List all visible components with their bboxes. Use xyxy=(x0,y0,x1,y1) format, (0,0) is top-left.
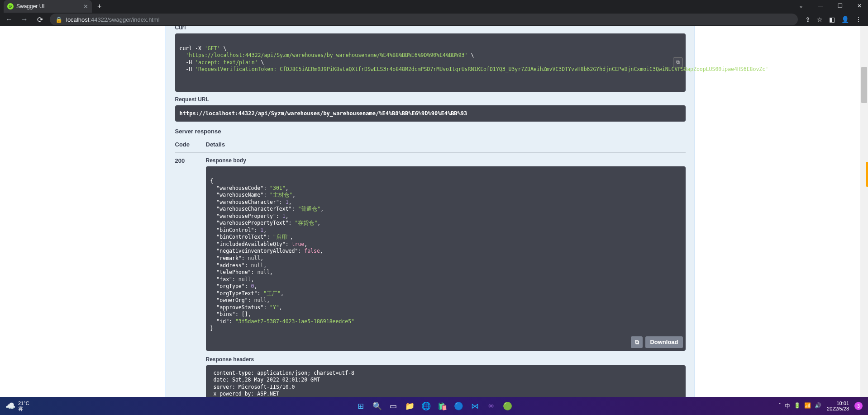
close-window-icon[interactable]: ✕ xyxy=(854,2,864,10)
response-headers-block: content-type: application/json; charset=… xyxy=(206,365,686,397)
share-icon[interactable]: ⇪ xyxy=(805,16,811,23)
tab-bar: ⊙ Swagger UI ✕ + ⌄ — ❐ ✕ xyxy=(0,0,868,13)
notification-badge[interactable]: 3 xyxy=(854,402,863,410)
url-input[interactable]: 🔒 localhost:44322/swagger/index.html xyxy=(50,14,798,25)
back-button[interactable]: ← xyxy=(4,15,14,24)
lock-icon: 🔒 xyxy=(55,16,62,23)
forward-button[interactable]: → xyxy=(19,15,30,24)
close-tab-icon[interactable]: ✕ xyxy=(83,3,88,10)
swagger-favicon-icon: ⊙ xyxy=(7,3,14,9)
store-icon[interactable]: 🛍️ xyxy=(435,399,449,413)
vscode-icon[interactable]: ⋈ xyxy=(468,399,482,413)
edge-icon[interactable]: 🌐 xyxy=(419,399,433,413)
col-details: Details xyxy=(206,141,225,148)
minimize-icon[interactable]: — xyxy=(815,2,826,10)
taskbar: ☁️ 21°C 雾 ⊞ 🔍 ▭ 📁 🌐 🛍️ 🔵 ⋈ ∞ 🟢 ˄ 中 🔋 📶 🔊… xyxy=(0,397,868,415)
time: 10:01 xyxy=(836,401,849,406)
request-url-block: https://localhost:44322/api/Syzm/warehou… xyxy=(175,105,686,122)
tab-title: Swagger UI xyxy=(16,3,45,9)
side-handle-icon[interactable] xyxy=(866,162,868,187)
start-button[interactable]: ⊞ xyxy=(354,399,367,413)
battery-icon[interactable]: 🔋 xyxy=(794,402,801,410)
date: 2022/5/28 xyxy=(827,406,849,411)
curl-block: curl -X 'GET' \ 'https://localhost:44322… xyxy=(175,33,686,92)
browser-tab[interactable]: ⊙ Swagger UI ✕ xyxy=(4,0,92,13)
col-code: Code xyxy=(175,141,206,148)
download-button[interactable]: Download xyxy=(645,336,682,348)
chrome-icon[interactable]: 🟢 xyxy=(501,399,514,413)
url-path: :44322/swagger/index.html xyxy=(89,16,159,23)
window-controls: ⌄ — ❐ ✕ xyxy=(796,2,864,10)
response-header-row: Code Details xyxy=(175,137,686,153)
response-body-label: Response body xyxy=(206,157,686,164)
response-code: 200 xyxy=(175,157,206,164)
menu-icon[interactable]: ⋮ xyxy=(855,16,862,23)
operation-panel: Curl curl -X 'GET' \ 'https://localhost:… xyxy=(166,26,695,397)
sidepanel-icon[interactable]: ◧ xyxy=(829,16,835,23)
chevron-down-icon[interactable]: ⌄ xyxy=(796,2,806,10)
volume-icon[interactable]: 🔊 xyxy=(815,402,821,410)
temperature: 21°C xyxy=(18,401,29,406)
wifi-icon[interactable]: 📶 xyxy=(804,402,811,410)
profile-icon[interactable]: 👤 xyxy=(841,16,849,23)
ime-icon[interactable]: 中 xyxy=(785,402,790,410)
server-response-label: Server response xyxy=(175,128,686,135)
copy-curl-button[interactable]: ⧉ xyxy=(673,57,683,67)
new-tab-button[interactable]: + xyxy=(97,2,101,10)
reload-button[interactable]: ⟳ xyxy=(34,15,45,24)
star-icon[interactable]: ☆ xyxy=(817,16,823,23)
weather-widget[interactable]: ☁️ 21°C 雾 xyxy=(0,401,29,411)
weather-icon: ☁️ xyxy=(5,401,15,411)
weather-desc: 雾 xyxy=(18,406,29,411)
app-icon-1[interactable]: 🔵 xyxy=(452,399,465,413)
visual-studio-icon[interactable]: ∞ xyxy=(484,399,498,413)
search-button[interactable]: 🔍 xyxy=(370,399,384,413)
response-body-block: { "warehouseCode": "301", "warehouseName… xyxy=(206,166,686,351)
file-explorer-icon[interactable]: 📁 xyxy=(403,399,416,413)
task-view-button[interactable]: ▭ xyxy=(386,399,400,413)
url-host: localhost xyxy=(66,16,89,23)
address-bar: ← → ⟳ 🔒 localhost:44322/swagger/index.ht… xyxy=(0,13,868,26)
response-headers-label: Response headers xyxy=(206,356,686,363)
copy-response-button[interactable]: ⧉ xyxy=(631,336,643,348)
request-url-label: Request URL xyxy=(175,96,686,103)
clock[interactable]: 10:01 2022/5/28 xyxy=(827,401,849,411)
scrollbar-track[interactable] xyxy=(860,26,868,397)
maximize-icon[interactable]: ❐ xyxy=(835,2,845,10)
scrollbar-thumb[interactable] xyxy=(861,67,867,103)
tray-chevron-icon[interactable]: ˄ xyxy=(778,402,781,410)
curl-label: Curl xyxy=(175,26,686,31)
